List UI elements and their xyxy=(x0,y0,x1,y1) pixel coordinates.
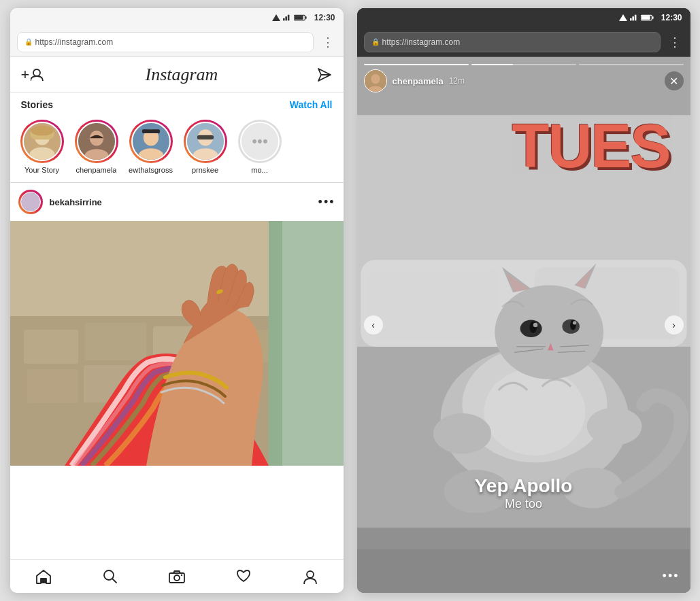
story-avatar-wrap-your-story xyxy=(20,120,64,163)
story-more-dots[interactable]: ••• xyxy=(663,569,680,583)
story-avatar-wrap-more: ••• xyxy=(238,120,282,163)
ig-header: + Instagram xyxy=(10,57,344,92)
story-nav-right-button[interactable]: › xyxy=(665,315,684,334)
nav-search-button[interactable] xyxy=(94,560,127,593)
nav-home-button[interactable] xyxy=(27,560,60,593)
add-user-button[interactable]: + xyxy=(21,66,46,84)
lock-icon-left: 🔒 xyxy=(24,38,31,46)
svg-rect-56 xyxy=(368,267,499,339)
watch-all-button[interactable]: Watch All xyxy=(290,99,333,110)
paper-plane-icon[interactable] xyxy=(317,67,332,82)
svg-marker-46 xyxy=(619,14,627,21)
url-text-left: https://instagram.com xyxy=(35,37,114,47)
browser-menu-left[interactable]: ⋮ xyxy=(319,35,337,50)
story-user-avatar[interactable] xyxy=(364,69,387,92)
story-bottom-bar: ••• xyxy=(357,559,690,593)
stories-row: Your Story chenpamela xyxy=(10,114,344,182)
svg-rect-49 xyxy=(635,15,637,21)
story-item-more[interactable]: ••• mo... xyxy=(236,120,284,174)
browser-bar-right: 🔒 https://instagram.com ⋮ xyxy=(357,27,690,57)
svg-rect-3 xyxy=(288,15,290,21)
battery-icon xyxy=(294,14,307,21)
story-name-ewt: ewthatsgross xyxy=(129,166,173,174)
post-section: bekahsirrine ••• xyxy=(10,183,344,559)
story-name-your-story: Your Story xyxy=(24,166,59,174)
post-more-dots[interactable]: ••• xyxy=(318,195,335,209)
svg-rect-37 xyxy=(269,221,282,466)
lock-icon-right: 🔒 xyxy=(371,38,378,46)
story-item-chenpamela[interactable]: chenpamela xyxy=(73,120,120,174)
url-box-left[interactable]: 🔒 https://instagram.com xyxy=(17,32,314,52)
status-time-right: 12:30 xyxy=(661,13,682,22)
svg-point-45 xyxy=(307,571,314,578)
right-phone: 12:30 🔒 https://instagram.com ⋮ xyxy=(357,8,690,593)
svg-point-78 xyxy=(433,413,490,454)
stories-section: Stories Watch All You xyxy=(10,92,344,183)
header-icons xyxy=(317,67,332,82)
story-name-chen: chenpamela xyxy=(76,166,117,174)
progress-bar-1 xyxy=(364,64,469,65)
ewt-avatar-img xyxy=(133,123,169,160)
chen-avatar-img xyxy=(78,123,115,160)
svg-marker-0 xyxy=(272,14,280,21)
status-time-left: 12:30 xyxy=(314,13,335,22)
story-close-button[interactable]: ✕ xyxy=(665,71,684,90)
svg-point-72 xyxy=(572,321,576,324)
story-item-your-story[interactable]: Your Story xyxy=(18,120,66,174)
progress-fill-2 xyxy=(471,64,514,65)
prn-avatar-img xyxy=(187,123,224,160)
close-icon: ✕ xyxy=(669,75,678,88)
wifi-icon xyxy=(283,14,291,21)
svg-rect-30 xyxy=(85,323,146,360)
svg-rect-29 xyxy=(24,330,78,364)
svg-point-44 xyxy=(180,574,182,575)
signal-icon-right xyxy=(619,14,627,21)
bottom-nav xyxy=(10,559,344,593)
profile-icon xyxy=(303,569,318,584)
browser-menu-right[interactable]: ⋮ xyxy=(666,35,684,50)
svg-point-71 xyxy=(533,323,537,327)
nav-profile-button[interactable] xyxy=(294,560,327,593)
nav-heart-button[interactable] xyxy=(227,560,260,593)
stories-header: Stories Watch All xyxy=(10,92,344,114)
story-username: chenpamela xyxy=(393,76,444,86)
post-username[interactable]: bekahsirrine xyxy=(50,197,102,207)
chevron-right-icon: › xyxy=(672,320,676,330)
svg-point-62 xyxy=(495,285,603,379)
story-tues-overlay: TUES xyxy=(512,111,669,182)
story-item-prnskee[interactable]: prnskee xyxy=(182,120,229,174)
svg-point-61 xyxy=(484,368,585,456)
story-user-avatar-img xyxy=(365,70,386,92)
svg-line-41 xyxy=(112,579,116,583)
story-name-prn: prnskee xyxy=(192,166,218,174)
svg-point-7 xyxy=(33,69,40,76)
story-caption: Yep Apollo Me too xyxy=(357,475,690,511)
story-item-ewthatsgross[interactable]: ewthatsgross xyxy=(127,120,175,174)
story-header: chenpamela 12m ✕ xyxy=(364,69,684,92)
story-caption-sub: Me too xyxy=(357,497,690,511)
svg-point-43 xyxy=(174,575,180,581)
post-avatar-bekah[interactable] xyxy=(18,190,43,214)
url-box-right[interactable]: 🔒 https://instagram.com xyxy=(364,32,661,52)
progress-bar-2 xyxy=(471,64,576,65)
post-header: bekahsirrine ••• xyxy=(10,183,344,221)
camera-icon xyxy=(169,570,185,583)
battery-icon-right xyxy=(641,14,654,21)
wifi-icon-right xyxy=(630,14,638,21)
chevron-left-icon: ‹ xyxy=(371,320,375,330)
post-avatar-inner-bekah xyxy=(20,192,41,212)
svg-rect-5 xyxy=(305,16,307,19)
svg-rect-48 xyxy=(632,16,634,20)
more-avatar-img: ••• xyxy=(241,123,278,160)
story-avatar-wrap-chen xyxy=(75,120,118,163)
story-nav-left-button[interactable]: ‹ xyxy=(364,315,383,334)
svg-rect-2 xyxy=(285,16,287,20)
story-name-more: mo... xyxy=(251,166,267,174)
person-icon xyxy=(31,69,46,81)
nav-camera-button[interactable] xyxy=(161,560,193,593)
status-bar-right: 12:30 xyxy=(357,8,690,27)
story-avatar-more: ••• xyxy=(240,122,280,161)
story-avatar-wrap-ewt xyxy=(129,120,173,163)
story-avatar-prn xyxy=(186,122,225,161)
your-story-avatar-img xyxy=(24,123,61,160)
